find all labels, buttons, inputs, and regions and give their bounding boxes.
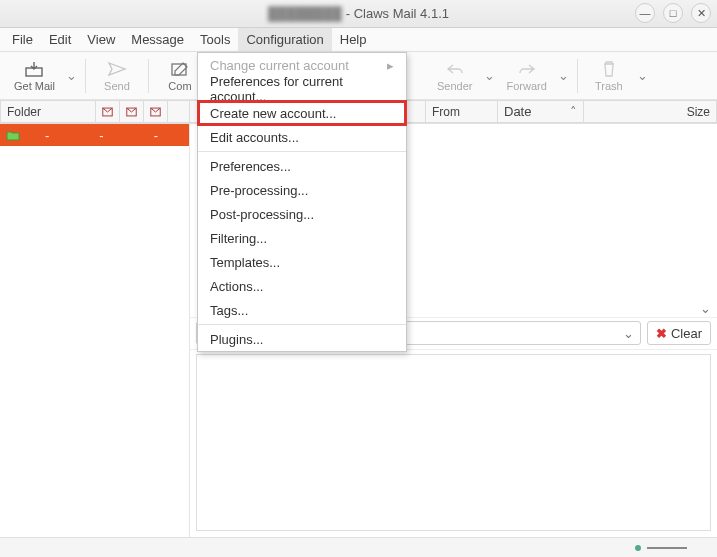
menu-configuration[interactable]: Configuration xyxy=(238,28,331,51)
get-mail-button[interactable]: Get Mail xyxy=(6,57,63,94)
title-user-blur: ████████ xyxy=(268,6,342,21)
menu-item-label: Preferences for current account... xyxy=(210,74,394,104)
config-menu-tags[interactable]: Tags... xyxy=(198,298,406,322)
envelope-icon xyxy=(102,106,113,118)
folder-pane[interactable]: - - - xyxy=(0,124,190,537)
title-bar: ████████ - Claws Mail 4.1.1 — □ ✕ xyxy=(0,0,717,28)
envelope-icon xyxy=(126,106,137,118)
menu-separator xyxy=(198,324,406,325)
config-menu-edit-accounts[interactable]: Edit accounts... xyxy=(198,125,406,149)
status-divider xyxy=(647,547,687,549)
menu-item-label: Preferences... xyxy=(210,159,291,174)
menu-edit[interactable]: Edit xyxy=(41,28,79,51)
forward-icon xyxy=(517,59,537,79)
sender-label: Sender xyxy=(437,80,472,92)
folder-col2: - xyxy=(74,128,128,143)
config-menu-pre-processing[interactable]: Pre-processing... xyxy=(198,178,406,202)
maximize-button[interactable]: □ xyxy=(663,3,683,23)
menu-item-label: Tags... xyxy=(210,303,248,318)
menu-bar: File Edit View Message Tools Configurati… xyxy=(0,28,717,52)
menu-item-label: Edit accounts... xyxy=(210,130,299,145)
menu-item-label: Plugins... xyxy=(210,332,263,347)
clear-x-icon: ✖ xyxy=(656,326,667,341)
config-menu-preferences-for-current-account[interactable]: Preferences for current account... xyxy=(198,77,406,101)
clear-button[interactable]: ✖ Clear xyxy=(647,321,711,345)
forward-dropdown[interactable]: ⌄ xyxy=(557,68,571,83)
menu-file[interactable]: File xyxy=(4,28,41,51)
folder-col3: - xyxy=(129,128,183,143)
send-label: Send xyxy=(104,80,130,92)
compose-label: Com xyxy=(168,80,191,92)
menu-item-label: Change current account xyxy=(210,58,349,73)
trash-label: Trash xyxy=(595,80,623,92)
menu-separator xyxy=(198,151,406,152)
forward-button[interactable]: Forward xyxy=(498,57,554,94)
chevron-down-icon: ⌄ xyxy=(623,326,634,341)
col-date-label: Date xyxy=(504,104,531,119)
status-bar xyxy=(0,537,717,557)
configuration-menu: Change current account▸Preferences for c… xyxy=(197,52,407,352)
get-mail-label: Get Mail xyxy=(14,80,55,92)
forward-label: Forward xyxy=(506,80,546,92)
sender-button[interactable]: Sender xyxy=(429,57,480,94)
sort-asc-icon: ˄ xyxy=(570,104,577,119)
inbox-download-icon xyxy=(24,59,44,79)
trash-button[interactable]: Trash xyxy=(584,57,634,94)
reply-sender-icon xyxy=(445,59,465,79)
config-menu-plugins[interactable]: Plugins... xyxy=(198,327,406,351)
menu-item-label: Pre-processing... xyxy=(210,183,308,198)
envelope-icon xyxy=(150,106,161,118)
chevron-down-icon[interactable]: ⌄ xyxy=(700,301,711,316)
menu-item-label: Templates... xyxy=(210,255,280,270)
compose-icon xyxy=(170,59,190,79)
col-size[interactable]: Size xyxy=(584,100,717,123)
config-menu-preferences[interactable]: Preferences... xyxy=(198,154,406,178)
send-button[interactable]: Send xyxy=(92,57,142,94)
window-title: - Claws Mail 4.1.1 xyxy=(346,6,449,21)
folder-col1: - xyxy=(20,128,74,143)
menu-item-label: Post-processing... xyxy=(210,207,314,222)
online-status-icon[interactable] xyxy=(635,545,641,551)
submenu-arrow-icon: ▸ xyxy=(387,58,394,73)
menu-message[interactable]: Message xyxy=(123,28,192,51)
config-menu-templates[interactable]: Templates... xyxy=(198,250,406,274)
close-button[interactable]: ✕ xyxy=(691,3,711,23)
menu-item-label: Create new account... xyxy=(210,106,336,121)
get-mail-dropdown[interactable]: ⌄ xyxy=(65,68,79,83)
message-view[interactable] xyxy=(196,354,711,532)
col-spacer xyxy=(168,100,190,123)
trash-dropdown[interactable]: ⌄ xyxy=(636,68,650,83)
clear-label: Clear xyxy=(671,326,702,341)
menu-item-label: Filtering... xyxy=(210,231,267,246)
config-menu-create-new-account[interactable]: Create new account... xyxy=(198,101,406,125)
col-icon-3[interactable] xyxy=(144,100,168,123)
folder-row-selected[interactable]: - - - xyxy=(0,124,189,146)
col-icon-1[interactable] xyxy=(96,100,120,123)
send-icon xyxy=(107,59,127,79)
folder-open-icon xyxy=(6,130,20,141)
config-menu-post-processing[interactable]: Post-processing... xyxy=(198,202,406,226)
config-menu-filtering[interactable]: Filtering... xyxy=(198,226,406,250)
sender-dropdown[interactable]: ⌄ xyxy=(482,68,496,83)
trash-icon xyxy=(601,59,617,79)
col-icon-2[interactable] xyxy=(120,100,144,123)
menu-help[interactable]: Help xyxy=(332,28,375,51)
menu-tools[interactable]: Tools xyxy=(192,28,238,51)
col-date[interactable]: Date ˄ xyxy=(498,100,584,123)
minimize-button[interactable]: — xyxy=(635,3,655,23)
col-from[interactable]: From xyxy=(426,100,498,123)
config-menu-actions[interactable]: Actions... xyxy=(198,274,406,298)
menu-view[interactable]: View xyxy=(79,28,123,51)
col-folder[interactable]: Folder xyxy=(0,100,96,123)
menu-item-label: Actions... xyxy=(210,279,263,294)
